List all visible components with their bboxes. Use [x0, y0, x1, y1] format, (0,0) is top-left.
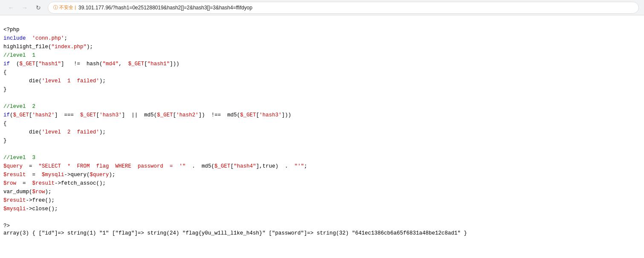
comment-level2: //level 2 [3, 104, 35, 110]
free-line: $result->free(); [3, 197, 55, 203]
security-indicator: ⓘ 不安全 | [53, 4, 76, 11]
php-open-tag: <?php [3, 27, 20, 33]
include-keyword: include [3, 35, 26, 41]
browser-chrome: ← → ↻ ⓘ 不安全 | 39.101.177.96/?hash1=0e251… [0, 0, 644, 15]
comment-level3: //level 3 [3, 155, 35, 161]
brace-close-2: } [3, 138, 7, 144]
vardump-line: var_dump($row); [3, 189, 52, 195]
query-line: $query = "SELECT * FROM flag WHERE passw… [3, 163, 307, 169]
die-level1: die('level 1 failed'); [3, 78, 106, 84]
result-line: $result = $mysqli->query($query); [3, 172, 116, 178]
address-bar[interactable]: ⓘ 不安全 | 39.101.177.96/?hash1=0e251288019… [48, 2, 639, 14]
nav-buttons: ← → ↻ [5, 2, 44, 14]
highlight-call: highlight_file("index.php"); [3, 44, 93, 50]
brace-close-1: } [3, 87, 7, 93]
url-text: 39.101.177.96/?hash1=0e251288019&hash2[]… [78, 5, 252, 11]
page-content: <?php include 'conn.php'; highlight_file… [0, 15, 644, 254]
conn-string: 'conn.php' [32, 35, 64, 41]
code-block: <?php include 'conn.php'; highlight_file… [3, 17, 641, 230]
brace-open-2: { [3, 121, 7, 127]
level2-if: if($_GET['hash2'] === $_GET['hash3'] || … [3, 112, 291, 118]
comment-level1: //level 1 [3, 52, 35, 58]
security-label: 不安全 [59, 5, 73, 10]
reload-button[interactable]: ↻ [32, 2, 44, 14]
close-line: $mysqli->close(); [3, 206, 58, 212]
back-button[interactable]: ← [5, 2, 17, 14]
forward-button[interactable]: → [19, 2, 31, 14]
brace-open-1: { [3, 70, 7, 75]
row-line: $row = $result->fetch_assoc(); [3, 180, 106, 186]
level1-if: if ($_GET["hash1"] != hash("md4", $_GET[… [3, 61, 179, 67]
array-output: array(3) { ["id"]=> string(1) "1" ["flag… [3, 230, 641, 236]
php-close-tag: ?> [3, 223, 10, 229]
die-level2: die('level 2 failed'); [3, 129, 106, 135]
